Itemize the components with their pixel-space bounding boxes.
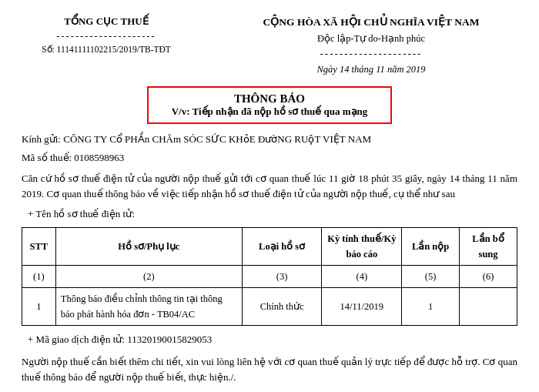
table-row: 1 Thông báo điều chỉnh thông tin tại thô…	[22, 288, 517, 326]
recipient-line: Kính gửi: CÔNG TY Cổ PHẦn CHĂm SÓC SỨC K…	[22, 132, 517, 148]
sub-header-6: (6)	[460, 266, 517, 288]
header-right: CỘNG HÒA XÃ HỘI CHỦ NGHĨA VIỆT NAM Độc l…	[225, 14, 517, 77]
main-title: THÔNG BÁO	[172, 92, 368, 106]
para1: Căn cứ hồ sơ thuế điện tử của người nộp …	[22, 171, 517, 202]
cell-lan: 1	[402, 288, 460, 326]
tax-code-line: Mã số thuế: 0108598963	[22, 150, 517, 166]
slogan: Độc lập-Tự do-Hạnh phúc	[225, 31, 517, 46]
cell-loai: Chính thức	[242, 288, 322, 326]
cell-stt: 1	[22, 288, 56, 326]
col-header-ky: Kỳ tính thuế/Kỳ báo cáo	[322, 228, 402, 266]
col-header-hoso: Hồ sơ/Phụ lục	[55, 228, 242, 266]
col-header-stt: STT	[22, 228, 56, 266]
subtitle: V/v: Tiếp nhận đã nộp hồ sơ thuế qua mạn…	[172, 106, 368, 118]
footer-para: Người nộp thuế cần biết thêm chi tiết, x…	[22, 354, 517, 385]
sub-header-1: (1)	[22, 266, 56, 288]
document-header: TỔNG CỤC THUẾ --------------------- Số: …	[22, 14, 517, 77]
header-left-dashes: ---------------------	[22, 29, 191, 44]
col-header-bo: Lần bổ sung	[460, 228, 517, 266]
sub-header-3: (3)	[242, 266, 322, 288]
sub-header-5: (5)	[402, 266, 460, 288]
sub-header-2: (2)	[55, 266, 242, 288]
col-header-loai: Loại hồ sơ	[242, 228, 322, 266]
org-name: TỔNG CỤC THUẾ	[22, 14, 191, 29]
doc-number: Số: 11141111102215/2019/TB-TĐT	[22, 43, 191, 56]
sub-header-4: (4)	[322, 266, 402, 288]
cell-bo	[460, 288, 517, 326]
date-line: Ngày 14 tháng 11 năm 2019	[225, 62, 517, 77]
title-box: THÔNG BÁO V/v: Tiếp nhận đã nộp hồ sơ th…	[147, 86, 393, 124]
body-section: Kính gửi: CÔNG TY Cổ PHẦn CHĂm SÓC SỨC K…	[22, 132, 517, 385]
hoso-table: STT Hồ sơ/Phụ lục Loại hồ sơ Kỳ tính thu…	[22, 227, 517, 326]
list1: + Tên hồ sơ thuế điện tử:	[28, 206, 517, 223]
col-header-lan: Lần nộp	[402, 228, 460, 266]
header-left: TỔNG CỤC THUẾ --------------------- Số: …	[22, 14, 191, 57]
cell-ky: 14/11/2019	[322, 288, 402, 326]
country-name: CỘNG HÒA XÃ HỘI CHỦ NGHĨA VIỆT NAM	[225, 14, 517, 31]
header-right-dashes: ---------------------	[225, 46, 517, 62]
ma-gd: + Mã giao dịch điện tử: 1132019001582905…	[28, 332, 517, 348]
cell-hoso: Thông báo điều chỉnh thông tin tại thông…	[55, 288, 242, 326]
title-section: THÔNG BÁO V/v: Tiếp nhận đã nộp hồ sơ th…	[22, 86, 517, 124]
